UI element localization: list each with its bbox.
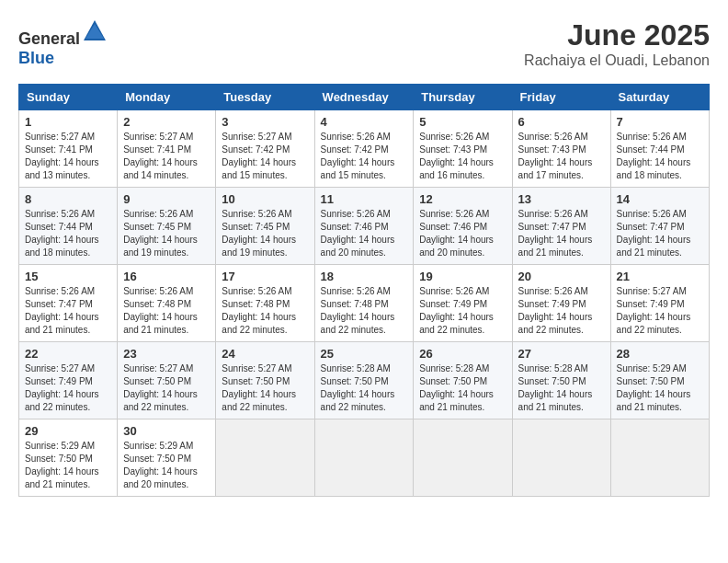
- calendar-week-row: 8 Sunrise: 5:26 AMSunset: 7:44 PMDayligh…: [19, 188, 710, 265]
- day-info: Sunrise: 5:26 AMSunset: 7:45 PMDaylight:…: [222, 209, 296, 258]
- day-number: 9: [123, 192, 210, 206]
- col-friday: Friday: [512, 85, 610, 110]
- calendar-cell: [512, 419, 610, 497]
- calendar-cell: 27 Sunrise: 5:28 AMSunset: 7:50 PMDaylig…: [512, 342, 610, 419]
- calendar-cell: 26 Sunrise: 5:28 AMSunset: 7:50 PMDaylig…: [414, 342, 512, 419]
- day-info: Sunrise: 5:27 AMSunset: 7:42 PMDaylight:…: [222, 132, 296, 180]
- day-info: Sunrise: 5:28 AMSunset: 7:50 PMDaylight:…: [518, 363, 593, 412]
- month-title: June 2025: [524, 18, 710, 52]
- day-number: 30: [123, 424, 210, 438]
- day-info: Sunrise: 5:27 AMSunset: 7:49 PMDaylight:…: [25, 363, 99, 412]
- day-info: Sunrise: 5:28 AMSunset: 7:50 PMDaylight:…: [419, 363, 494, 412]
- calendar-cell: 6 Sunrise: 5:26 AMSunset: 7:43 PMDayligh…: [512, 110, 610, 188]
- day-number: 29: [25, 424, 111, 438]
- calendar-cell: 7 Sunrise: 5:26 AMSunset: 7:44 PMDayligh…: [610, 110, 709, 188]
- day-number: 11: [321, 192, 408, 206]
- calendar-week-row: 1 Sunrise: 5:27 AMSunset: 7:41 PMDayligh…: [19, 110, 710, 188]
- day-number: 8: [25, 192, 111, 206]
- calendar-cell: 28 Sunrise: 5:29 AMSunset: 7:50 PMDaylig…: [610, 342, 709, 419]
- title-block: June 2025 Rachaiya el Ouadi, Lebanon: [524, 18, 710, 69]
- calendar-cell: 25 Sunrise: 5:28 AMSunset: 7:50 PMDaylig…: [314, 342, 414, 419]
- day-number: 21: [617, 270, 703, 283]
- day-info: Sunrise: 5:26 AMSunset: 7:49 PMDaylight:…: [419, 286, 494, 335]
- calendar-cell: 23 Sunrise: 5:27 AMSunset: 7:50 PMDaylig…: [118, 342, 216, 419]
- day-number: 22: [25, 347, 111, 361]
- day-number: 3: [222, 115, 308, 129]
- page-header: General Blue June 2025 Rachaiya el Ouadi…: [18, 18, 710, 69]
- day-number: 19: [419, 270, 506, 283]
- day-info: Sunrise: 5:26 AMSunset: 7:48 PMDaylight:…: [321, 286, 395, 335]
- day-info: Sunrise: 5:26 AMSunset: 7:43 PMDaylight:…: [518, 132, 593, 180]
- day-info: Sunrise: 5:27 AMSunset: 7:49 PMDaylight:…: [617, 286, 691, 335]
- day-info: Sunrise: 5:26 AMSunset: 7:46 PMDaylight:…: [419, 209, 494, 258]
- day-number: 15: [25, 270, 111, 283]
- day-number: 4: [321, 115, 408, 129]
- day-number: 28: [617, 347, 703, 361]
- calendar-cell: 16 Sunrise: 5:26 AMSunset: 7:48 PMDaylig…: [118, 265, 216, 342]
- day-number: 13: [518, 192, 605, 206]
- calendar-cell: 22 Sunrise: 5:27 AMSunset: 7:49 PMDaylig…: [19, 342, 118, 419]
- col-thursday: Thursday: [414, 85, 512, 110]
- calendar-cell: 12 Sunrise: 5:26 AMSunset: 7:46 PMDaylig…: [414, 188, 512, 265]
- location: Rachaiya el Ouadi, Lebanon: [524, 52, 710, 69]
- calendar-cell: 21 Sunrise: 5:27 AMSunset: 7:49 PMDaylig…: [610, 265, 709, 342]
- calendar-cell: 19 Sunrise: 5:26 AMSunset: 7:49 PMDaylig…: [414, 265, 512, 342]
- col-saturday: Saturday: [610, 85, 709, 110]
- day-info: Sunrise: 5:26 AMSunset: 7:46 PMDaylight:…: [321, 209, 395, 258]
- day-info: Sunrise: 5:26 AMSunset: 7:44 PMDaylight:…: [25, 209, 99, 258]
- day-info: Sunrise: 5:27 AMSunset: 7:41 PMDaylight:…: [123, 132, 198, 180]
- day-number: 6: [518, 115, 605, 129]
- calendar-cell: 8 Sunrise: 5:26 AMSunset: 7:44 PMDayligh…: [19, 188, 118, 265]
- calendar-cell: 5 Sunrise: 5:26 AMSunset: 7:43 PMDayligh…: [414, 110, 512, 188]
- day-info: Sunrise: 5:26 AMSunset: 7:45 PMDaylight:…: [123, 209, 198, 258]
- calendar-cell: [414, 419, 512, 497]
- day-number: 20: [518, 270, 605, 283]
- calendar-cell: 17 Sunrise: 5:26 AMSunset: 7:48 PMDaylig…: [216, 265, 314, 342]
- day-number: 12: [419, 192, 506, 206]
- calendar-cell: 20 Sunrise: 5:26 AMSunset: 7:49 PMDaylig…: [512, 265, 610, 342]
- calendar-week-row: 29 Sunrise: 5:29 AMSunset: 7:50 PMDaylig…: [19, 419, 710, 497]
- day-info: Sunrise: 5:26 AMSunset: 7:49 PMDaylight:…: [518, 286, 593, 335]
- calendar-week-row: 22 Sunrise: 5:27 AMSunset: 7:49 PMDaylig…: [19, 342, 710, 419]
- day-info: Sunrise: 5:26 AMSunset: 7:48 PMDaylight:…: [123, 286, 198, 335]
- col-monday: Monday: [118, 85, 216, 110]
- col-wednesday: Wednesday: [314, 85, 414, 110]
- day-info: Sunrise: 5:27 AMSunset: 7:50 PMDaylight:…: [222, 363, 296, 412]
- calendar-cell: 1 Sunrise: 5:27 AMSunset: 7:41 PMDayligh…: [19, 110, 118, 188]
- day-number: 24: [222, 347, 308, 361]
- calendar-cell: 13 Sunrise: 5:26 AMSunset: 7:47 PMDaylig…: [512, 188, 610, 265]
- calendar-cell: 4 Sunrise: 5:26 AMSunset: 7:42 PMDayligh…: [314, 110, 414, 188]
- logo-blue: Blue: [18, 49, 54, 67]
- calendar-cell: 29 Sunrise: 5:29 AMSunset: 7:50 PMDaylig…: [19, 419, 118, 497]
- day-number: 1: [25, 115, 111, 129]
- col-tuesday: Tuesday: [216, 85, 314, 110]
- day-number: 14: [617, 192, 703, 206]
- day-info: Sunrise: 5:26 AMSunset: 7:47 PMDaylight:…: [518, 209, 593, 258]
- calendar-cell: 30 Sunrise: 5:29 AMSunset: 7:50 PMDaylig…: [118, 419, 216, 497]
- day-info: Sunrise: 5:27 AMSunset: 7:41 PMDaylight:…: [25, 132, 99, 180]
- day-number: 7: [617, 115, 703, 129]
- day-number: 27: [518, 347, 605, 361]
- day-number: 25: [321, 347, 408, 361]
- svg-marker-1: [85, 24, 104, 39]
- day-number: 17: [222, 270, 308, 283]
- calendar-cell: 10 Sunrise: 5:26 AMSunset: 7:45 PMDaylig…: [216, 188, 314, 265]
- calendar-cell: 14 Sunrise: 5:26 AMSunset: 7:47 PMDaylig…: [610, 188, 709, 265]
- day-number: 16: [123, 270, 210, 283]
- day-info: Sunrise: 5:26 AMSunset: 7:42 PMDaylight:…: [321, 132, 395, 180]
- day-info: Sunrise: 5:26 AMSunset: 7:44 PMDaylight:…: [617, 132, 691, 180]
- day-number: 5: [419, 115, 506, 129]
- calendar-cell: [610, 419, 709, 497]
- calendar-week-row: 15 Sunrise: 5:26 AMSunset: 7:47 PMDaylig…: [19, 265, 710, 342]
- day-info: Sunrise: 5:26 AMSunset: 7:47 PMDaylight:…: [25, 286, 99, 335]
- logo-text: General Blue: [18, 18, 108, 68]
- calendar-cell: 3 Sunrise: 5:27 AMSunset: 7:42 PMDayligh…: [216, 110, 314, 188]
- calendar-cell: 15 Sunrise: 5:26 AMSunset: 7:47 PMDaylig…: [19, 265, 118, 342]
- calendar-cell: 11 Sunrise: 5:26 AMSunset: 7:46 PMDaylig…: [314, 188, 414, 265]
- day-info: Sunrise: 5:26 AMSunset: 7:43 PMDaylight:…: [419, 132, 494, 180]
- logo: General Blue: [18, 18, 108, 68]
- day-number: 18: [321, 270, 408, 283]
- logo-general: General: [18, 29, 80, 48]
- day-info: Sunrise: 5:28 AMSunset: 7:50 PMDaylight:…: [321, 363, 395, 412]
- calendar-header-row: Sunday Monday Tuesday Wednesday Thursday…: [19, 85, 710, 110]
